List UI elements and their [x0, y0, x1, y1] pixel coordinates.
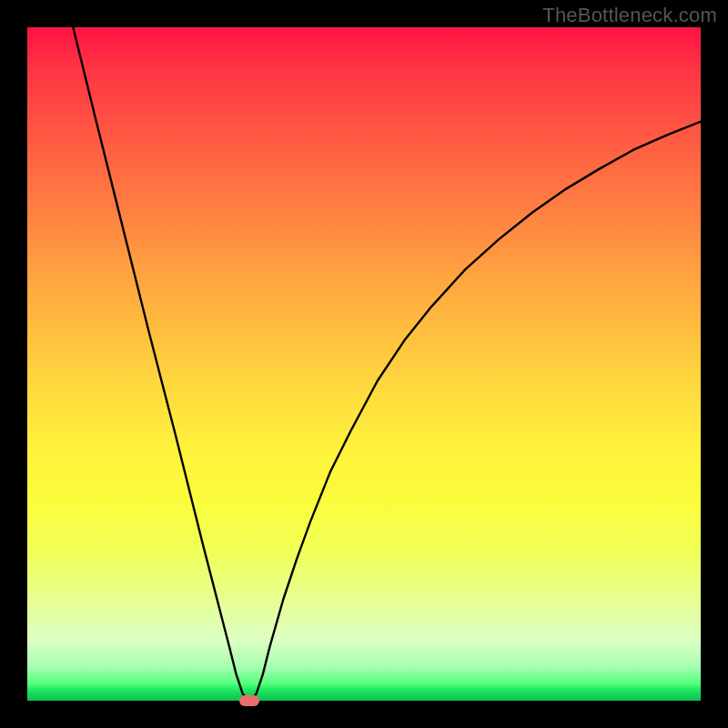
curve-svg — [27, 27, 701, 701]
chart-frame: TheBottleneck.com — [0, 0, 728, 728]
plot-area — [27, 27, 701, 701]
bottleneck-curve — [73, 27, 701, 701]
watermark-text: TheBottleneck.com — [542, 4, 717, 27]
minimum-marker — [239, 695, 259, 706]
